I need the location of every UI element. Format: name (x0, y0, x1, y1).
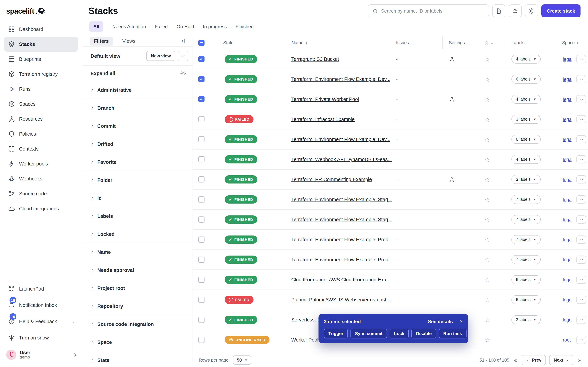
column-header-name[interactable]: Name ▲▼ (288, 36, 393, 49)
favorite-star-button[interactable]: ☆ (484, 116, 490, 123)
stack-name-link[interactable]: Terragrunt: S3 Bucket (291, 56, 339, 62)
space-link[interactable]: lega (563, 57, 571, 62)
prev-page-button[interactable]: ← Prev (522, 355, 546, 365)
column-header-favorite[interactable]: ☆ ▲ (480, 36, 504, 49)
row-checkbox[interactable] (198, 56, 205, 62)
filter-section[interactable]: Drifted (82, 135, 193, 153)
bulk-action-button[interactable]: Disable (412, 329, 436, 338)
tab[interactable]: Needs Attention (112, 21, 146, 32)
row-actions-button[interactable]: ··· (576, 275, 586, 284)
rows-per-page-select[interactable]: 50 ▼ (233, 355, 251, 365)
space-link[interactable]: lega (563, 237, 571, 242)
filter-section[interactable]: Project root (82, 279, 193, 297)
space-link[interactable]: lega (563, 77, 571, 82)
row-actions-button[interactable]: ··· (576, 55, 586, 63)
labels-dropdown[interactable]: 4 labels ▼ (511, 95, 541, 104)
sidebar-item[interactable]: Source code (4, 186, 78, 201)
row-actions-button[interactable]: ··· (576, 316, 586, 324)
row-actions-button[interactable]: ··· (576, 175, 586, 184)
space-link[interactable]: lega (563, 297, 571, 302)
space-link[interactable]: lega (563, 177, 571, 182)
favorite-star-button[interactable]: ☆ (484, 136, 490, 142)
search-input[interactable] (381, 8, 484, 14)
filter-section[interactable]: Administrative (82, 81, 193, 99)
space-link[interactable]: lega (563, 217, 571, 222)
labels-dropdown[interactable]: 6 labels ▼ (511, 135, 541, 144)
stack-name-link[interactable]: Terraform: Environment Flow Example: Pro… (291, 237, 392, 242)
topbar-icon-button[interactable] (492, 4, 505, 17)
row-actions-button[interactable]: ··· (576, 256, 586, 264)
favorite-star-button[interactable]: ☆ (484, 176, 490, 183)
labels-dropdown[interactable]: 7 labels ▼ (511, 215, 541, 224)
filter-section[interactable]: Space (82, 333, 193, 351)
row-actions-button[interactable]: ··· (576, 135, 586, 143)
stack-name-link[interactable]: Terraform: Environment Flow Example: Dev… (291, 76, 390, 82)
space-link[interactable]: lega (563, 97, 571, 102)
row-checkbox[interactable] (198, 176, 205, 183)
tab[interactable]: Failed (155, 21, 168, 32)
labels-dropdown[interactable]: 7 labels ▼ (511, 255, 541, 264)
tab[interactable]: In progress (203, 21, 227, 32)
stack-name-link[interactable]: Pulumi: Pulumi AWS JS Webserver us-east-… (291, 297, 392, 302)
favorite-star-button[interactable]: ☆ (484, 76, 490, 83)
row-actions-button[interactable]: ··· (576, 336, 586, 344)
filter-section[interactable]: Needs approval (82, 261, 193, 279)
favorite-star-button[interactable]: ☆ (484, 156, 490, 163)
filter-section[interactable]: Locked (82, 225, 193, 243)
stack-name-link[interactable]: Terraform: Private Worker Pool (291, 97, 359, 102)
labels-dropdown[interactable]: 7 labels ▼ (511, 235, 541, 244)
filters-tab[interactable]: Filters (90, 37, 113, 46)
stack-name-link[interactable]: Terraform: Environment Flow Example: Dev… (291, 137, 390, 142)
stack-name-link[interactable]: Terraform: Webhook API DynamoDB us-eas..… (291, 157, 392, 162)
filter-section[interactable]: Folder (82, 171, 193, 189)
space-link[interactable]: lega (563, 157, 571, 162)
space-link[interactable]: lega (563, 317, 571, 322)
filter-section[interactable]: Branch (82, 99, 193, 117)
sidebar-item[interactable]: 10 Help & Feedback (4, 313, 78, 330)
row-checkbox[interactable] (198, 337, 205, 343)
favorite-star-button[interactable]: ☆ (484, 297, 490, 303)
sidebar-item[interactable]: LaunchPad (4, 281, 78, 297)
row-checkbox[interactable] (198, 76, 205, 82)
sidebar-item[interactable]: Policies (4, 126, 78, 141)
see-details-link[interactable]: See details (428, 319, 453, 324)
tab[interactable]: On Hold (177, 21, 194, 32)
stack-name-link[interactable]: CloudFormation: AWS CloudFormation Exa..… (291, 277, 390, 282)
labels-dropdown[interactable]: 3 labels ▼ (511, 315, 541, 324)
view-more-button[interactable]: ··· (178, 51, 188, 61)
stack-name-link[interactable]: Terraform: Environment Flow Example: Sta… (291, 217, 392, 222)
row-actions-button[interactable]: ··· (576, 296, 586, 304)
labels-dropdown[interactable]: 4 labels ▼ (511, 55, 541, 64)
favorite-star-button[interactable]: ☆ (484, 216, 490, 223)
create-stack-button[interactable]: Create stack (541, 4, 580, 17)
filter-section[interactable]: State (82, 351, 193, 367)
row-checkbox[interactable] (198, 156, 205, 162)
space-link[interactable]: lega (563, 277, 571, 282)
sidebar-item[interactable]: Terraform registry (4, 67, 78, 82)
row-actions-button[interactable]: ··· (576, 115, 586, 123)
bulk-action-button[interactable]: Lock (390, 329, 409, 338)
row-checkbox[interactable] (198, 196, 205, 202)
filter-section[interactable]: Labels (82, 207, 193, 225)
collapse-panel-button[interactable] (179, 38, 186, 44)
filter-section[interactable]: Favorite (82, 153, 193, 171)
space-link[interactable]: lega (563, 137, 571, 142)
sidebar-item[interactable]: Spaces (4, 97, 78, 111)
row-checkbox[interactable] (198, 116, 205, 122)
row-checkbox[interactable] (198, 217, 205, 223)
first-page-button[interactable]: « (513, 357, 519, 363)
favorite-star-button[interactable]: ☆ (484, 276, 490, 283)
filter-section[interactable]: Id (82, 189, 193, 207)
space-link[interactable]: lega (563, 197, 571, 202)
favorite-star-button[interactable]: ☆ (484, 96, 490, 102)
favorite-star-button[interactable]: ☆ (484, 317, 490, 323)
row-checkbox[interactable] (198, 317, 205, 323)
favorite-star-button[interactable]: ☆ (484, 236, 490, 243)
expand-all-link[interactable]: Expand all (91, 71, 115, 76)
labels-dropdown[interactable]: 3 labels ▼ (511, 175, 541, 184)
favorite-star-button[interactable]: ☆ (484, 56, 490, 62)
filter-section[interactable]: Commit (82, 117, 193, 135)
stack-name-link[interactable]: Serverless: D (291, 317, 321, 323)
sidebar-item[interactable]: Contexts (4, 141, 78, 156)
filter-section[interactable]: Repository (82, 297, 193, 315)
